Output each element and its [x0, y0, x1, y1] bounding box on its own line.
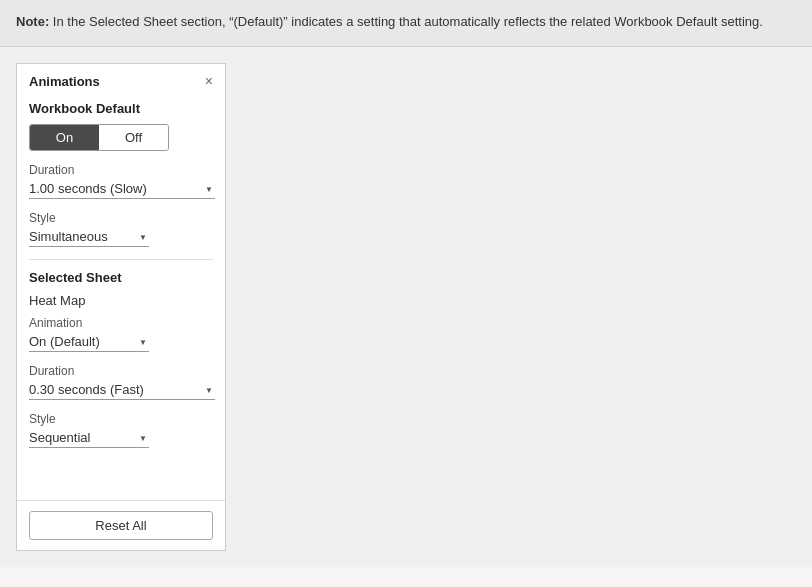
- sheet-animation-select[interactable]: On (Default) Off (Default) On Off: [29, 332, 149, 352]
- workbook-style-label: Style: [29, 211, 213, 225]
- workbook-duration-select[interactable]: 1.00 seconds (Slow) 0.75 seconds (Medium…: [29, 179, 215, 199]
- selected-sheet-label: Selected Sheet: [29, 270, 213, 285]
- toggle-off-button[interactable]: Off: [99, 125, 168, 150]
- main-area: Animations × Workbook Default On Off Dur…: [0, 47, 812, 567]
- toggle-on-button[interactable]: On: [30, 125, 99, 150]
- note-banner: Note: In the Selected Sheet section, “(D…: [0, 0, 812, 47]
- sheet-style-field: Style Sequential Simultaneous: [29, 412, 213, 448]
- note-text: In the Selected Sheet section, “(Default…: [49, 14, 763, 29]
- workbook-duration-select-wrapper: 1.00 seconds (Slow) 0.75 seconds (Medium…: [29, 179, 215, 199]
- sheet-duration-label: Duration: [29, 364, 213, 378]
- panel-footer: Reset All: [17, 500, 225, 550]
- workbook-duration-field: Duration 1.00 seconds (Slow) 0.75 second…: [29, 163, 213, 199]
- panel-header: Animations ×: [17, 64, 225, 97]
- sheet-name: Heat Map: [29, 293, 213, 308]
- workbook-duration-label: Duration: [29, 163, 213, 177]
- workbook-default-label: Workbook Default: [29, 101, 213, 116]
- sheet-style-select-wrapper: Sequential Simultaneous: [29, 428, 149, 448]
- workbook-style-select-wrapper: Simultaneous Sequential: [29, 227, 149, 247]
- panel-title: Animations: [29, 74, 100, 89]
- sheet-duration-select[interactable]: 0.30 seconds (Fast) 1.00 seconds (Slow) …: [29, 380, 215, 400]
- sheet-duration-field: Duration 0.30 seconds (Fast) 1.00 second…: [29, 364, 213, 400]
- reset-all-button[interactable]: Reset All: [29, 511, 213, 540]
- sheet-style-select[interactable]: Sequential Simultaneous: [29, 428, 149, 448]
- on-off-toggle: On Off: [29, 124, 169, 151]
- sheet-animation-field: Animation On (Default) Off (Default) On …: [29, 316, 213, 352]
- sheet-duration-select-wrapper: 0.30 seconds (Fast) 1.00 seconds (Slow) …: [29, 380, 215, 400]
- close-button[interactable]: ×: [205, 74, 213, 88]
- section-divider: [29, 259, 213, 260]
- note-prefix: Note:: [16, 14, 49, 29]
- sheet-animation-label: Animation: [29, 316, 213, 330]
- panel-body: Workbook Default On Off Duration 1.00 se…: [17, 97, 225, 500]
- sheet-animation-select-wrapper: On (Default) Off (Default) On Off: [29, 332, 149, 352]
- animations-panel: Animations × Workbook Default On Off Dur…: [16, 63, 226, 551]
- sheet-style-label: Style: [29, 412, 213, 426]
- workbook-style-select[interactable]: Simultaneous Sequential: [29, 227, 149, 247]
- workbook-style-field: Style Simultaneous Sequential: [29, 211, 213, 247]
